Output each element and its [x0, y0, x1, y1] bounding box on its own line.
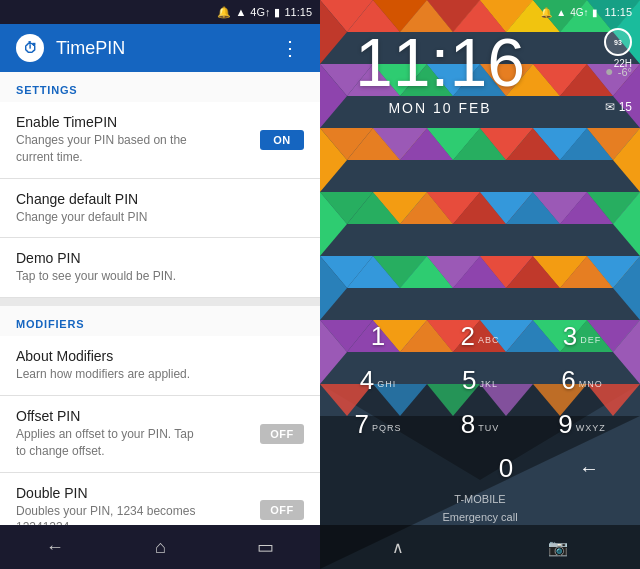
- settings-content: SETTINGS Enable TimePIN Changes your PIN…: [0, 72, 320, 525]
- key-1[interactable]: 1: [328, 315, 428, 357]
- enable-timepin-desc: Changes your PIN based on the current ti…: [16, 132, 206, 166]
- back-button[interactable]: ←: [30, 529, 80, 566]
- key-4-letters: GHI: [377, 379, 396, 389]
- status-bar-right: 🔔 ▲ 4G↑ ▮ 11:15: [320, 0, 640, 24]
- key-5-number: 5: [462, 367, 476, 393]
- recents-button[interactable]: ▭: [241, 528, 290, 566]
- settings-panel: 🔔 ▲ 4G↑ ▮ 11:15 ⏱ TimePIN ⋮ SETTINGS Ena…: [0, 0, 320, 569]
- key-2-letters: ABC: [478, 335, 500, 345]
- key-7-letters: PQRS: [372, 423, 402, 433]
- mail-count: 15: [619, 100, 632, 114]
- key-backspace[interactable]: ←: [575, 449, 603, 488]
- section-divider: [0, 298, 320, 306]
- key-5[interactable]: 5 JKL: [430, 359, 530, 401]
- wifi-icon: ▲: [235, 6, 246, 18]
- double-pin-item[interactable]: Double PIN Doubles your PIN, 1234 become…: [0, 473, 320, 525]
- nav-bar-right: ∧ 📷: [320, 525, 640, 569]
- key-8-letters: TUV: [478, 423, 499, 433]
- temperature: -6°: [618, 66, 632, 78]
- section-modifiers-label: MODIFIERS: [0, 306, 320, 336]
- key-4[interactable]: 4 GHI: [328, 359, 428, 401]
- section-settings-label: SETTINGS: [0, 72, 320, 102]
- wifi-icon-right: ▲: [556, 7, 566, 18]
- demo-pin-desc: Tap to see your would be PIN.: [16, 268, 206, 285]
- keypad-grid: 1 2 ABC 3 DEF 4 GHI 5 JKL: [328, 315, 632, 445]
- key-6-number: 6: [561, 367, 575, 393]
- key-4-number: 4: [360, 367, 374, 393]
- key-1-number: 1: [371, 323, 385, 349]
- status-bar-left: 🔔 ▲ 4G↑ ▮ 11:15: [0, 0, 320, 24]
- change-default-pin-item[interactable]: Change default PIN Change your default P…: [0, 179, 320, 239]
- key-9[interactable]: 9 WXYZ: [532, 403, 632, 445]
- app-title: TimePIN: [56, 38, 264, 59]
- about-modifiers-desc: Learn how modifiers are applied.: [16, 366, 206, 383]
- overflow-menu-button[interactable]: ⋮: [276, 32, 304, 64]
- mail-icon: ✉: [605, 100, 615, 114]
- emergency-call-text[interactable]: Emergency call: [442, 511, 517, 523]
- nav-bar-left: ← ⌂ ▭: [0, 525, 320, 569]
- weather-widget: ● -6°: [605, 62, 632, 80]
- key-3-number: 3: [563, 323, 577, 349]
- keypad-bottom-row: 0 ←: [328, 447, 632, 489]
- lock-screen-up-button[interactable]: ∧: [392, 538, 404, 557]
- battery-icon: ▮: [274, 6, 280, 19]
- key-9-number: 9: [558, 411, 572, 437]
- weather-icon: ●: [605, 63, 613, 79]
- signal-icon-right: 4G↑: [570, 7, 588, 18]
- enable-timepin-item[interactable]: Enable TimePIN Changes your PIN based on…: [0, 102, 320, 179]
- mail-badge: ✉ 15: [605, 100, 632, 114]
- offset-pin-desc: Applies an offset to your PIN. Tap to ch…: [16, 426, 206, 460]
- key-2[interactable]: 2 ABC: [430, 315, 530, 357]
- key-6[interactable]: 6 MNO: [532, 359, 632, 401]
- signal-icon: 4G↑: [250, 6, 270, 18]
- change-default-pin-title: Change default PIN: [16, 191, 304, 207]
- battery-icon-right: ▮: [592, 7, 598, 18]
- keypad-area: 1 2 ABC 3 DEF 4 GHI 5 JKL: [320, 315, 640, 525]
- change-default-pin-desc: Change your default PIN: [16, 209, 206, 226]
- offset-pin-toggle[interactable]: OFF: [260, 424, 304, 444]
- double-pin-title: Double PIN: [16, 485, 206, 501]
- enable-timepin-title: Enable TimePIN: [16, 114, 206, 130]
- carrier-name: T-MOBILE: [328, 493, 632, 505]
- battery-circle: 93: [604, 28, 632, 56]
- key-8[interactable]: 8 TUV: [430, 403, 530, 445]
- key-5-letters: JKL: [479, 379, 498, 389]
- demo-pin-title: Demo PIN: [16, 250, 304, 266]
- app-icon: ⏱: [16, 34, 44, 62]
- double-pin-desc: Doubles your PIN, 1234 becomes 12341234.: [16, 503, 206, 525]
- key-7-number: 7: [355, 411, 369, 437]
- lock-screen-panel: 🔔 ▲ 4G↑ ▮ 11:15 93 22H ● -6° ✉ 15 11:16 …: [320, 0, 640, 569]
- lock-date: MON 10 FEB: [320, 100, 560, 116]
- alarm-icon: 🔔: [217, 6, 231, 19]
- key-0-number: 0: [499, 455, 513, 481]
- key-6-letters: MNO: [579, 379, 603, 389]
- double-pin-toggle[interactable]: OFF: [260, 500, 304, 520]
- offset-pin-title: Offset PIN: [16, 408, 206, 424]
- app-header: ⏱ TimePIN ⋮: [0, 24, 320, 72]
- demo-pin-item[interactable]: Demo PIN Tap to see your would be PIN.: [0, 238, 320, 298]
- battery-pct: 93: [614, 39, 622, 46]
- key-9-letters: WXYZ: [576, 423, 606, 433]
- home-button[interactable]: ⌂: [139, 529, 182, 566]
- about-modifiers-item[interactable]: About Modifiers Learn how modifiers are …: [0, 336, 320, 396]
- enable-timepin-toggle[interactable]: ON: [260, 130, 304, 150]
- camera-button[interactable]: 📷: [548, 538, 568, 557]
- backspace-icon: ←: [579, 457, 599, 480]
- lock-time-display: 11:16 MON 10 FEB: [320, 28, 560, 116]
- key-3-letters: DEF: [580, 335, 601, 345]
- key-8-number: 8: [461, 411, 475, 437]
- key-2-number: 2: [461, 323, 475, 349]
- offset-pin-item[interactable]: Offset PIN Applies an offset to your PIN…: [0, 396, 320, 473]
- alarm-icon-right: 🔔: [540, 7, 552, 18]
- carrier-row: T-MOBILE: [328, 493, 632, 505]
- key-0[interactable]: 0: [495, 447, 517, 489]
- key-7[interactable]: 7 PQRS: [328, 403, 428, 445]
- lock-status-time: 11:15: [604, 6, 632, 18]
- status-time: 11:15: [284, 6, 312, 18]
- lock-time: 11:16: [320, 28, 560, 96]
- key-3[interactable]: 3 DEF: [532, 315, 632, 357]
- emergency-row: Emergency call: [328, 507, 632, 525]
- about-modifiers-title: About Modifiers: [16, 348, 304, 364]
